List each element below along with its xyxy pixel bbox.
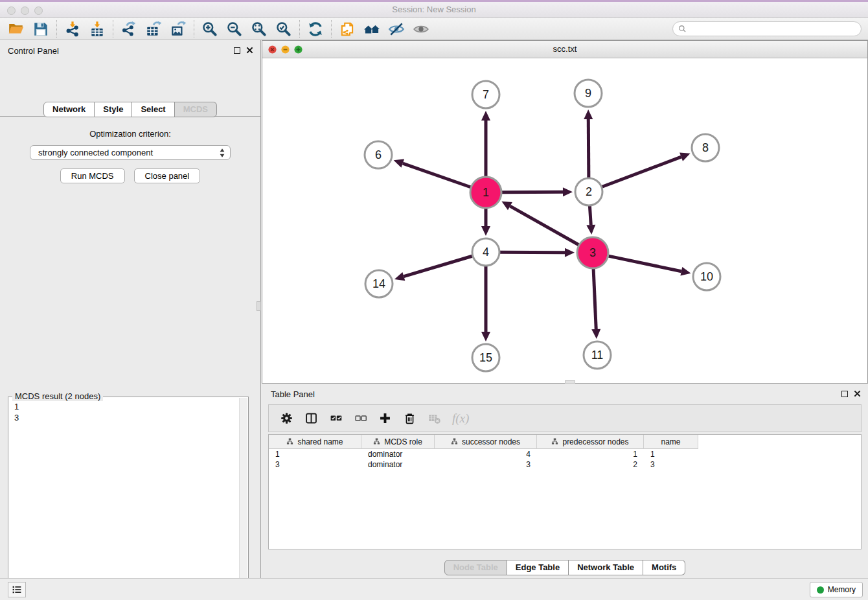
tab-mcds[interactable]: MCDS <box>175 102 217 117</box>
close-panel-button[interactable]: Close panel <box>134 168 201 183</box>
table-cell-predecessor-nodes: 2 <box>537 459 644 470</box>
node-table: shared nameMCDS rolesuccessor nodesprede… <box>268 434 862 549</box>
export-image-button[interactable] <box>166 19 190 39</box>
control-panel-title: Control Panel <box>8 46 59 56</box>
graph-node-2[interactable]: 2 <box>575 178 602 205</box>
zoom-fit-button[interactable] <box>247 19 271 39</box>
network-window-titlebar[interactable]: scc.txt <box>262 41 867 58</box>
network-canvas[interactable]: 7968124314101511 <box>262 58 867 383</box>
window-title: Session: New Session <box>0 2 868 17</box>
close-icon <box>246 47 253 54</box>
tab-style[interactable]: Style <box>95 102 132 117</box>
zoom-in-button[interactable] <box>198 19 222 39</box>
zoom-out-button[interactable] <box>222 19 247 39</box>
table-tab-network-table[interactable]: Network Table <box>569 560 643 575</box>
tab-select[interactable]: Select <box>132 102 174 117</box>
vertical-splitter-handle[interactable] <box>257 301 261 311</box>
graph-node-6[interactable]: 6 <box>365 141 392 168</box>
checked-boxes-icon <box>329 411 343 425</box>
status-bar: Memory <box>0 578 868 600</box>
apply-style-refresh-button[interactable] <box>303 19 328 39</box>
import-network-icon <box>64 21 81 38</box>
table-tab-node-table[interactable]: Node Table <box>444 560 507 575</box>
criterion-dropdown[interactable]: strongly connected component <box>30 145 231 160</box>
float-table-panel-icon[interactable] <box>841 391 848 397</box>
save-session-button[interactable] <box>29 19 53 39</box>
save-floppy-icon <box>32 21 49 38</box>
table-cell-successor-nodes: 3 <box>435 459 537 470</box>
column-header-name[interactable]: name <box>644 435 698 449</box>
memory-status-icon <box>817 586 824 594</box>
close-table-panel-icon[interactable] <box>854 390 861 397</box>
search-input[interactable] <box>690 25 856 34</box>
mcds-panel: Optimization criterion: strongly connect… <box>0 116 260 578</box>
show-panels-button[interactable] <box>409 19 433 39</box>
memory-button[interactable]: Memory <box>810 582 863 597</box>
deselect-all-columns-button[interactable] <box>354 411 367 425</box>
graph-edge-3-1[interactable] <box>510 206 578 245</box>
graph-node-4[interactable]: 4 <box>472 238 499 266</box>
search-field[interactable] <box>672 21 862 36</box>
graph-edge-1-2[interactable] <box>502 192 563 192</box>
hide-panels-button[interactable] <box>384 19 409 39</box>
column-header-mcds-role[interactable]: MCDS role <box>361 435 435 449</box>
select-all-columns-button[interactable] <box>329 411 343 425</box>
graph-edge-2-9[interactable] <box>588 119 589 178</box>
export-table-button[interactable] <box>141 19 166 39</box>
table-tab-edge-table[interactable]: Edge Table <box>507 560 569 575</box>
graph-node-3[interactable]: 3 <box>577 237 608 268</box>
open-session-button[interactable] <box>4 19 29 39</box>
graph-node-15[interactable]: 15 <box>472 344 499 371</box>
network-maximize-button[interactable] <box>294 45 303 54</box>
table-cell-mcds-role: dominator <box>361 449 435 459</box>
graph-node-9[interactable]: 9 <box>575 80 602 107</box>
column-header-predecessor-nodes[interactable]: predecessor nodes <box>537 435 644 449</box>
svg-text:9: 9 <box>585 87 591 100</box>
graph-node-1[interactable]: 1 <box>470 177 501 208</box>
column-header-successor-nodes[interactable]: successor nodes <box>435 435 537 449</box>
result-scrollbar[interactable] <box>239 398 247 600</box>
tab-network[interactable]: Network <box>43 102 95 117</box>
graph-edge-4-3[interactable] <box>500 252 565 253</box>
graph-edge-arrow <box>563 187 573 196</box>
main-toolbar <box>0 18 868 40</box>
export-network-button[interactable] <box>117 19 141 39</box>
graph-node-7[interactable]: 7 <box>472 81 499 108</box>
graph-node-11[interactable]: 11 <box>584 341 611 369</box>
graph-node-14[interactable]: 14 <box>365 270 393 297</box>
clone-network-button[interactable] <box>335 19 360 39</box>
zoom-selected-button[interactable] <box>271 19 296 39</box>
graph-node-8[interactable]: 8 <box>692 134 719 161</box>
network-minimize-button[interactable] <box>281 45 290 54</box>
import-table-button[interactable] <box>85 19 109 39</box>
table-row[interactable]: 3dominator323 <box>269 459 861 470</box>
show-columns-button[interactable] <box>304 411 318 425</box>
graph-edge-1-6[interactable] <box>403 163 471 187</box>
home-view-button[interactable] <box>360 19 384 39</box>
float-panel-icon[interactable] <box>234 47 240 54</box>
network-graph[interactable]: 7968124314101511 <box>262 58 867 383</box>
task-history-button[interactable] <box>8 582 26 597</box>
mcds-result-list[interactable]: 13 <box>8 397 248 427</box>
close-panel-icon[interactable] <box>246 47 253 54</box>
graph-edge-arrow <box>394 272 405 281</box>
minimize-window-button[interactable] <box>21 6 29 15</box>
graph-edge-2-3[interactable] <box>589 206 591 225</box>
table-settings-button[interactable] <box>280 411 293 425</box>
close-window-button[interactable] <box>7 6 16 15</box>
network-close-button[interactable] <box>268 45 277 54</box>
column-header-shared-name[interactable]: shared name <box>269 435 361 449</box>
graph-edge-4-14[interactable] <box>404 256 472 276</box>
graph-edge-2-8[interactable] <box>602 157 681 187</box>
import-network-button[interactable] <box>60 19 85 39</box>
graph-edge-3-10[interactable] <box>608 256 681 271</box>
graph-edge-3-11[interactable] <box>593 269 596 329</box>
delete-column-button[interactable] <box>403 411 417 425</box>
table-row[interactable]: 1dominator411 <box>269 449 861 459</box>
column-header-label: MCDS role <box>384 437 422 446</box>
create-column-button[interactable] <box>378 411 392 425</box>
run-mcds-button[interactable]: Run MCDS <box>60 168 125 183</box>
zoom-window-button[interactable] <box>34 6 43 15</box>
graph-node-10[interactable]: 10 <box>693 263 720 290</box>
table-tab-motifs[interactable]: Motifs <box>643 560 685 575</box>
